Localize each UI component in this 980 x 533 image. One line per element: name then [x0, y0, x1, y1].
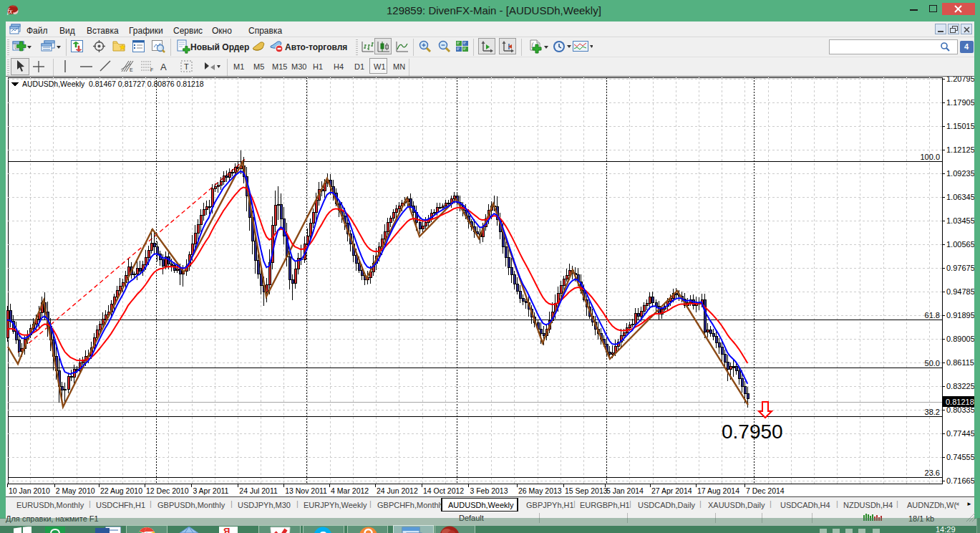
svg-text:50.0: 50.0 [925, 359, 940, 368]
svg-text:17 Aug 2014: 17 Aug 2014 [697, 486, 739, 495]
svg-text:15 Sep 2013: 15 Sep 2013 [565, 486, 608, 495]
svg-text:10 Jan 2010: 10 Jan 2010 [9, 486, 50, 495]
svg-text:0.94785: 0.94785 [946, 287, 974, 296]
svg-text:2 May 2010: 2 May 2010 [56, 486, 95, 495]
svg-text:1.17905: 1.17905 [946, 98, 974, 107]
svg-text:12 Dec 2010: 12 Dec 2010 [146, 486, 189, 495]
svg-text:0.81467 0.81727 0.80876 0.8121: 0.81467 0.81727 0.80876 0.81218 [89, 80, 204, 88]
svg-text:5 Jan 2014: 5 Jan 2014 [606, 486, 644, 495]
svg-text:0.71665: 0.71665 [946, 476, 974, 485]
svg-text:W: W [97, 530, 108, 533]
svg-text:23.6: 23.6 [925, 469, 940, 477]
svg-text:1.00565: 1.00565 [946, 240, 974, 249]
svg-text:fx: fx [7, 7, 13, 15]
svg-text:1.03455: 1.03455 [946, 216, 974, 225]
svg-text:0.91895: 0.91895 [946, 311, 974, 320]
svg-text:3 Feb 2013: 3 Feb 2013 [470, 486, 508, 495]
svg-text:1.20795: 1.20795 [946, 77, 974, 83]
svg-text:0.74555: 0.74555 [946, 453, 974, 461]
svg-text:13 Nov 2011: 13 Nov 2011 [285, 486, 327, 495]
svg-text:0.77445: 0.77445 [946, 429, 974, 438]
svg-text:100.0: 100.0 [920, 153, 940, 161]
svg-text:7 Dec 2014: 7 Dec 2014 [746, 486, 785, 495]
svg-text:0.97675: 0.97675 [946, 264, 974, 272]
svg-text:24 Jun 2012: 24 Jun 2012 [377, 486, 418, 495]
svg-text:1.06345: 1.06345 [946, 193, 974, 201]
svg-text:3 Apr 2011: 3 Apr 2011 [193, 486, 228, 495]
svg-text:27 Apr 2014: 27 Apr 2014 [651, 486, 692, 495]
svg-text:1.15015: 1.15015 [946, 122, 974, 130]
svg-text:0.89005: 0.89005 [946, 335, 974, 343]
svg-text:F: F [150, 67, 153, 72]
svg-text:1.12125: 1.12125 [946, 145, 974, 154]
svg-text:T: T [184, 62, 189, 71]
svg-text:S: S [319, 530, 327, 533]
svg-text:0.81218: 0.81218 [946, 398, 974, 406]
svg-text:0.83225: 0.83225 [946, 382, 974, 390]
svg-text:0.7950: 0.7950 [722, 421, 783, 443]
svg-text:26 May 2013: 26 May 2013 [518, 486, 562, 495]
svg-text:22 Aug 2010: 22 Aug 2010 [100, 486, 142, 495]
svg-text:14 Oct 2012: 14 Oct 2012 [423, 486, 464, 495]
svg-text:38.2: 38.2 [925, 408, 940, 416]
svg-text:AUDUSDh,Weekly: AUDUSDh,Weekly [22, 80, 85, 88]
svg-text:1.09235: 1.09235 [946, 169, 974, 178]
svg-text:61.8: 61.8 [925, 311, 940, 320]
svg-text:0.86115: 0.86115 [946, 358, 974, 367]
svg-text:4 Mar 2012: 4 Mar 2012 [331, 486, 369, 495]
svg-text:E: E [130, 67, 133, 72]
svg-text:24 Jul 2011: 24 Jul 2011 [239, 486, 278, 495]
